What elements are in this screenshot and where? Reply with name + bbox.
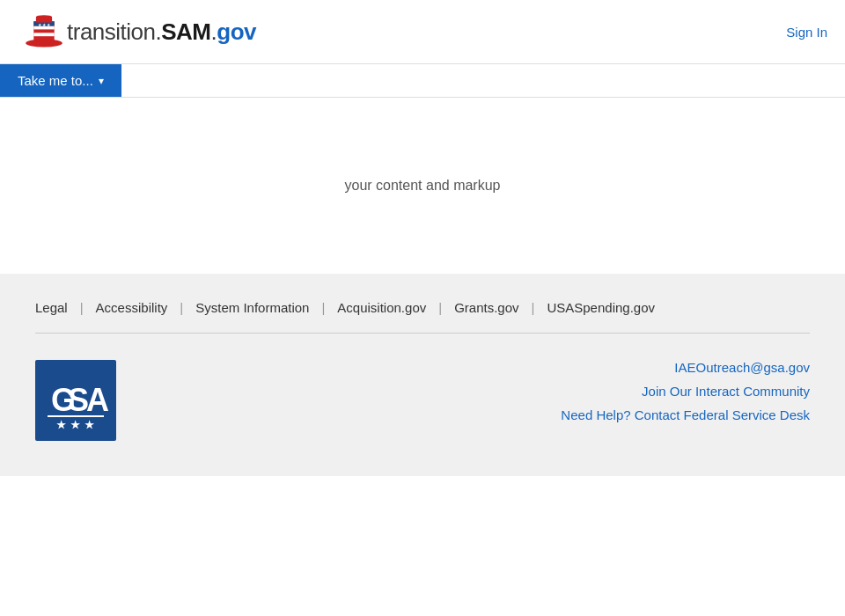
- footer-divider: [35, 333, 810, 334]
- footer-nav-item-accessibility[interactable]: Accessibility: [96, 300, 168, 315]
- footer-link-email[interactable]: IAEOutreach@gsa.gov: [674, 360, 810, 375]
- main-placeholder: your content and markup: [345, 178, 501, 194]
- gsa-logo-svg: G S A ★ ★ ★: [40, 365, 111, 436]
- footer-nav: Legal|Accessibility|System Information|A…: [35, 300, 810, 315]
- footer-links: IAEOutreach@gsa.govJoin Our Interact Com…: [561, 360, 810, 422]
- navbar: Take me to... ▾: [0, 64, 845, 98]
- take-me-button[interactable]: Take me to... ▾: [0, 64, 121, 97]
- footer: Legal|Accessibility|System Information|A…: [0, 274, 845, 476]
- footer-nav-separator: |: [80, 300, 84, 315]
- footer-nav-separator: |: [321, 300, 325, 315]
- uncle-sam-hat-icon: ★ ★ ★: [21, 9, 67, 55]
- footer-link-service-desk[interactable]: Need Help? Contact Federal Service Desk: [561, 407, 810, 422]
- footer-nav-item-usaspending-gov[interactable]: USASpending.gov: [547, 300, 655, 315]
- svg-text:A: A: [86, 382, 110, 418]
- footer-nav-item-system-information[interactable]: System Information: [195, 300, 309, 315]
- footer-nav-separator: |: [438, 300, 442, 315]
- main-content: your content and markup: [0, 98, 845, 274]
- footer-nav-separator: |: [532, 300, 535, 315]
- chevron-down-icon: ▾: [99, 75, 104, 87]
- gsa-logo: G S A ★ ★ ★: [35, 360, 116, 441]
- site-logo: transition.SAM.gov: [67, 18, 256, 46]
- logo-sam: SAM: [161, 18, 210, 45]
- sign-in-link[interactable]: Sign In: [786, 25, 827, 40]
- svg-text:★ ★ ★: ★ ★ ★: [56, 419, 96, 431]
- footer-nav-item-acquisition-gov[interactable]: Acquisition.gov: [337, 300, 426, 315]
- header: ★ ★ ★ transition.SAM.gov Sign In: [0, 0, 845, 64]
- footer-nav-item-grants-gov[interactable]: Grants.gov: [454, 300, 518, 315]
- logo-area: ★ ★ ★ transition.SAM.gov: [18, 9, 256, 55]
- footer-bottom: G S A ★ ★ ★ IAEOutreach@gsa.govJoin Our …: [35, 360, 810, 441]
- svg-text:★ ★ ★: ★ ★ ★: [38, 23, 52, 27]
- svg-point-7: [36, 15, 52, 18]
- take-me-label: Take me to...: [18, 73, 93, 88]
- logo-prefix: transition.: [67, 18, 161, 45]
- footer-nav-separator: |: [180, 300, 183, 315]
- footer-link-interact[interactable]: Join Our Interact Community: [642, 384, 810, 399]
- svg-rect-3: [33, 33, 54, 36]
- logo-gov: gov: [217, 18, 256, 45]
- footer-nav-item-legal[interactable]: Legal: [35, 300, 68, 315]
